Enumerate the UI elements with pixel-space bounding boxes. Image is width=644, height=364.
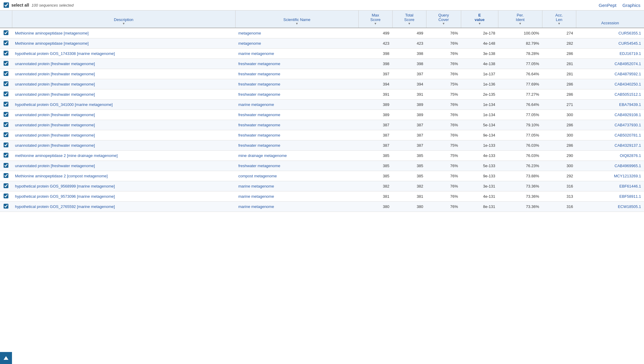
th-query-cover[interactable]: Query Cover ▼ (426, 11, 461, 28)
row-checkbox[interactable] (4, 173, 8, 178)
description-link[interactable]: hypothetical protein GOS_9573096 [marine… (15, 194, 115, 199)
accession-link[interactable]: EBF58911.1 (619, 194, 641, 199)
description-link[interactable]: Methionine aminopeptidase [metagenome] (15, 41, 89, 46)
table-row: Methionine aminopeptidase 2 [compost met… (0, 171, 644, 181)
description-link[interactable]: unannotated protein [freshwater metageno… (15, 133, 95, 137)
scientific-name-link[interactable]: freshwater metagenome (238, 62, 280, 66)
th-max-score[interactable]: Max Score ▼ (358, 11, 392, 28)
select-all-checkbox[interactable] (4, 2, 9, 8)
accession-link[interactable]: CAB4969965.1 (615, 164, 641, 168)
description-link[interactable]: unannotated protein [freshwater metageno… (15, 143, 95, 148)
accession-link[interactable]: MCY1213269.1 (614, 174, 641, 178)
description-link[interactable]: Methionine aminopeptidase [metagenome] (15, 31, 89, 35)
description-link[interactable]: unannotated protein [freshwater metageno… (15, 92, 95, 97)
scientific-name-link[interactable]: freshwater metagenome (238, 133, 280, 137)
scientific-name-link[interactable]: marine metagenome (238, 184, 274, 188)
accession-link[interactable]: CAB4340250.1 (615, 82, 641, 86)
row-checkbox[interactable] (4, 61, 8, 66)
row-checkbox[interactable] (4, 153, 8, 158)
row-checkbox-cell (0, 69, 12, 79)
scientific-name-link[interactable]: marine metagenome (238, 194, 274, 199)
description-link[interactable]: hypothetical protein GOS_341000 [marine … (15, 102, 113, 107)
description-link[interactable]: unannotated protein [freshwater metageno… (15, 164, 95, 168)
description-link[interactable]: unannotated protein [freshwater metageno… (15, 62, 95, 66)
scientific-name-link[interactable]: mine drainage metagenome (238, 153, 287, 158)
row-per-ident: 77.05% (498, 110, 542, 120)
row-checkbox[interactable] (4, 163, 8, 168)
description-link[interactable]: hypothetical protein GOS_9568999 [marine… (15, 184, 115, 188)
accession-link[interactable]: CAB4952074.1 (615, 62, 641, 66)
row-accession: EBA79439.1 (576, 100, 644, 110)
scientific-name-link[interactable]: freshwater metagenome (238, 92, 280, 97)
scientific-name-link[interactable]: freshwater metagenome (238, 123, 280, 127)
row-description: methionine aminopeptidase 2 [mine draina… (12, 151, 235, 161)
row-e-value: 1e-134 (461, 110, 498, 120)
th-e-value[interactable]: E value ▼ (461, 11, 498, 28)
accession-link[interactable]: OIQ82876.1 (620, 153, 641, 158)
row-per-ident: 73.36% (498, 191, 542, 202)
row-checkbox[interactable] (4, 204, 8, 209)
row-checkbox[interactable] (4, 81, 8, 86)
row-accession: CAB4879592.1 (576, 69, 644, 79)
description-link[interactable]: methionine aminopeptidase 2 [mine draina… (15, 153, 118, 158)
description-link[interactable]: unannotated protein [freshwater metageno… (15, 123, 95, 127)
row-query-cover: 76% (426, 69, 461, 79)
accession-link[interactable]: EBA79439.1 (619, 102, 641, 107)
accession-link[interactable]: CAB5051512.1 (615, 92, 641, 97)
row-checkbox[interactable] (4, 102, 8, 107)
accession-link[interactable]: CUR54545.1 (619, 41, 641, 46)
scientific-name-link[interactable]: marine metagenome (238, 102, 274, 107)
row-per-ident: 100.00% (498, 28, 542, 38)
scientific-name-link[interactable]: marine metagenome (238, 204, 274, 209)
scientific-name-link[interactable]: metagenome (238, 41, 261, 46)
accession-link[interactable]: CAB4329137.1 (615, 143, 641, 148)
accession-link[interactable]: CUR56355.1 (619, 31, 641, 35)
graphics-link[interactable]: Graphics (622, 3, 640, 8)
description-link[interactable]: unannotated protein [freshwater metageno… (15, 113, 95, 117)
th-scientific-name[interactable]: Scientific Name ▼ (235, 11, 358, 28)
accession-link[interactable]: CAB5020781.1 (615, 133, 641, 137)
scientific-name-link[interactable]: compost metagenome (238, 174, 277, 178)
scientific-name-link[interactable]: freshwater metagenome (238, 143, 280, 148)
scientific-name-link[interactable]: freshwater metagenome (238, 113, 280, 117)
scientific-name-link[interactable]: freshwater metagenome (238, 72, 280, 76)
row-checkbox[interactable] (4, 92, 8, 96)
row-checkbox[interactable] (4, 30, 8, 35)
accession-link[interactable]: CAB4737930.1 (615, 123, 641, 127)
row-checkbox[interactable] (4, 71, 8, 76)
row-checkbox[interactable] (4, 51, 8, 56)
genpept-link[interactable]: GenPept (599, 3, 616, 8)
row-query-cover: 76% (426, 202, 461, 212)
description-link[interactable]: hypothetical protein GOS_1743308 [marine… (15, 51, 115, 56)
row-total-score: 380 (392, 202, 426, 212)
row-checkbox[interactable] (4, 143, 8, 147)
row-checkbox[interactable] (4, 41, 8, 45)
row-e-value: 3e-131 (461, 181, 498, 191)
accession-link[interactable]: EBF61446.1 (619, 184, 641, 188)
th-description[interactable]: Description ▼ (12, 11, 235, 28)
row-checkbox-cell (0, 49, 12, 59)
accession-link[interactable]: ECW18505.1 (618, 204, 641, 209)
scientific-name-link[interactable]: freshwater metagenome (238, 164, 280, 168)
scientific-name-link[interactable]: marine metagenome (238, 51, 274, 56)
accession-link[interactable]: CAB4879592.1 (615, 72, 641, 76)
row-checkbox[interactable] (4, 122, 8, 127)
scientific-name-link[interactable]: freshwater metagenome (238, 82, 280, 86)
accession-link[interactable]: EDJ16719.1 (619, 51, 641, 56)
accession-link[interactable]: CAB4929108.1 (615, 113, 641, 117)
description-link[interactable]: unannotated protein [freshwater metageno… (15, 72, 95, 76)
th-total-score[interactable]: Total Score ▼ (392, 11, 426, 28)
row-per-ident: 76.23% (498, 161, 542, 171)
description-link[interactable]: unannotated protein [freshwater metageno… (15, 82, 95, 86)
description-link[interactable]: Methionine aminopeptidase 2 [compost met… (15, 174, 108, 178)
row-query-cover: 76% (426, 161, 461, 171)
th-acc-len[interactable]: Acc. Len ▼ (542, 11, 576, 28)
row-checkbox[interactable] (4, 183, 8, 188)
th-per-ident[interactable]: Per. Ident ▼ (498, 11, 542, 28)
row-per-ident: 73.88% (498, 171, 542, 181)
row-checkbox[interactable] (4, 194, 8, 198)
row-checkbox[interactable] (4, 112, 8, 117)
description-link[interactable]: hypothetical protein GOS_2765592 [marine… (15, 204, 115, 209)
row-checkbox[interactable] (4, 132, 8, 137)
scientific-name-link[interactable]: metagenome (238, 31, 261, 35)
